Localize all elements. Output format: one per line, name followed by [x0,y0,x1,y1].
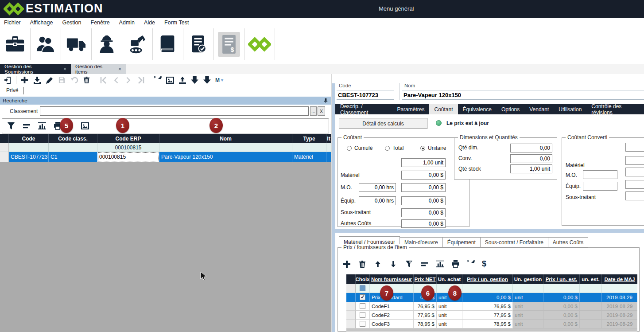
filter-code-erp[interactable]: 000100815 [97,143,159,152]
column-header-code-class[interactable]: Code class. [49,134,97,143]
qte-stock-field[interactable]: 1,00 unit [510,164,552,173]
chart-icon[interactable] [37,121,47,131]
tab-equivalence[interactable]: Équivalence [458,104,497,114]
column-header-type[interactable]: Type [292,134,326,143]
close-icon[interactable]: × [118,66,121,72]
add-icon[interactable] [20,76,29,84]
filter-checkbox[interactable] [360,285,365,291]
col-choix[interactable]: Choix [356,274,370,284]
document-check-icon[interactable] [183,28,214,60]
tab-vendant[interactable]: Vendant [524,104,554,114]
col-un-gestion[interactable]: Un. gestion [513,274,543,284]
print-icon[interactable] [451,260,460,269]
col-date-maj[interactable]: Date de MAJ [602,274,637,284]
converti-field-1[interactable] [625,143,644,152]
mo-value-field[interactable]: 0,00 $ [401,183,446,192]
converti-field-2[interactable] [625,156,644,165]
choix-checkbox[interactable] [360,321,365,327]
converti-mo-inner-field[interactable] [583,170,617,179]
image-icon[interactable] [80,121,90,131]
add-icon[interactable] [342,260,351,269]
column-header-nom[interactable]: Nom [159,134,292,143]
refresh-icon[interactable] [153,76,162,84]
col-un-achat[interactable]: Un. achat [437,274,462,284]
tab-equipement[interactable]: Équipement [443,237,481,247]
match-icon[interactable] [22,121,31,131]
col-prix-un-est[interactable]: Prix / un. est. [543,274,580,284]
filter-icon[interactable] [404,260,413,269]
tab-gestion-des-items[interactable]: Gestion des items × [71,64,126,74]
items-grid-filter-row[interactable]: 000100815 [0,143,331,152]
filter-icon[interactable] [6,121,16,131]
truck-icon[interactable] [61,28,92,60]
choix-checkbox[interactable] [360,294,365,300]
choix-checkbox[interactable] [360,312,365,318]
converti-materiel-field[interactable] [625,168,644,176]
converti-equip-inner-field[interactable] [583,182,617,191]
supplier-row-codef1[interactable]: CodeF1 76,95 $ unit 76,95 $ unit 0,00 $ … [346,302,637,311]
col-un-est[interactable]: un. est. [580,274,602,284]
chart-icon[interactable] [435,260,444,269]
converti-equip-field[interactable] [625,191,644,200]
excavator-icon[interactable] [122,28,153,60]
col-nom-fournisseur[interactable]: Nom fournisseur [370,274,414,284]
image-icon[interactable] [166,76,174,84]
autres-couts-field[interactable]: 0,00 $ [401,219,446,228]
menu-admin[interactable]: Admin [119,20,135,26]
import-icon[interactable] [33,76,41,84]
radio-total-label[interactable]: Total [392,145,403,151]
radio-unitaire[interactable] [420,146,425,151]
choix-checkbox[interactable] [360,303,365,309]
move-down-icon[interactable] [389,260,398,269]
tab-controle-revisions[interactable]: Contrôle des révisions [586,104,644,114]
tab-sous-contrat-forfaitaire[interactable]: Sous-contrat / Forfaitaire [481,237,548,247]
conv-field[interactable]: 0,00 [510,154,552,163]
horizontal-splitter[interactable] [335,229,644,233]
menu-fichier[interactable]: Fichier [4,20,21,26]
move-up-icon[interactable] [373,260,382,269]
detail-calculs-button[interactable]: Détail des calculs [339,118,427,129]
brand-diamonds-icon[interactable] [244,28,275,60]
classement-input[interactable] [40,106,309,116]
menu-gestion[interactable]: Gestion [62,20,81,26]
dollar-icon[interactable]: $ [482,259,486,269]
browse-button[interactable]: ... [310,106,317,116]
menu-aide[interactable]: Aide [144,20,155,26]
column-header-it[interactable]: It [326,134,331,143]
edit-icon[interactable] [45,76,54,84]
tab-coutant[interactable]: Coûtant [429,104,458,114]
tab-options[interactable]: Options [497,104,524,114]
radio-cumule-label[interactable]: Cumulé [354,145,372,151]
download-2-icon[interactable] [203,76,211,84]
nom-field[interactable]: Pare-Vapeur 120x150 [402,90,644,100]
radio-unitaire-label[interactable]: Unitaire [428,145,446,151]
clear-button[interactable]: X [318,106,325,116]
radio-cumule[interactable] [347,146,352,151]
radio-total[interactable] [385,146,390,151]
export-icon[interactable] [178,76,186,84]
equip-hrs-field[interactable]: 0,00 hrs [359,196,396,205]
materiel-field[interactable]: 0,00 $ [401,171,446,180]
menu-form-test[interactable]: Form Test [164,20,189,26]
catalog-book-icon[interactable] [153,28,183,60]
unit-qty-field[interactable]: 1,00 unit [401,158,446,167]
col-prix-net[interactable]: Prix NET [414,274,437,284]
column-header-code-erp[interactable]: Code ERP [97,134,159,143]
tab-parametres[interactable]: Paramètres [392,104,429,114]
refresh-icon[interactable] [466,260,475,269]
m-menu-button[interactable]: M ▾ [215,77,223,83]
menu-fenetre[interactable]: Fenêtre [91,20,110,26]
tab-descrip-classement[interactable]: Descrip. / Classement [335,104,392,114]
tab-gestion-des-soumissions[interactable]: Gestion des Soumissions × [0,64,71,74]
pin-icon[interactable] [323,98,328,104]
col-prix-un-gestion[interactable]: Prix / un. gestion [462,274,513,284]
close-icon[interactable]: × [63,66,66,72]
panel-splitter-handle[interactable] [332,83,335,332]
equip-value-field[interactable]: 0,00 $ [401,196,446,205]
code-field[interactable]: CBEST-107723 [337,90,394,100]
menu-affichage[interactable]: Affichage [30,20,53,26]
download-1-icon[interactable] [190,76,199,84]
toolbox-icon[interactable] [0,28,31,60]
mo-hrs-field[interactable]: 0,00 hrs [359,183,396,192]
converti-mo-field[interactable] [625,180,644,189]
